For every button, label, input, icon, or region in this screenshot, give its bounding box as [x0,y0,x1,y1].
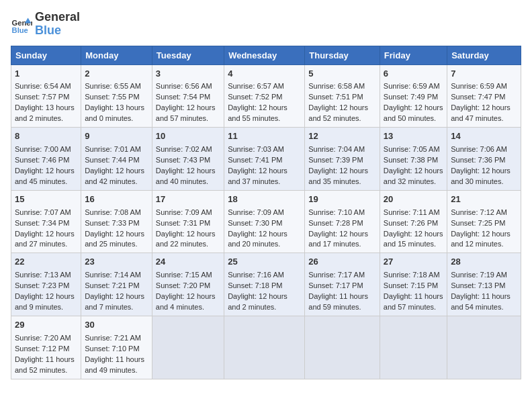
day-info: Daylight: 12 hours and 35 minutes. [308,166,376,187]
day-info: Sunset: 7:28 PM [308,218,376,229]
calendar-cell: 23Sunrise: 7:14 AMSunset: 7:21 PMDayligh… [81,253,152,316]
day-number: 30 [85,319,148,332]
day-info: Sunset: 7:33 PM [85,218,148,229]
day-info: Sunrise: 7:03 AM [228,144,301,155]
day-number: 21 [451,193,517,206]
day-info: Sunrise: 6:59 AM [451,81,517,92]
calendar-week-row: 1Sunrise: 6:54 AMSunset: 7:57 PMDaylight… [11,64,521,128]
day-number: 10 [156,130,220,143]
day-info: Daylight: 13 hours and 0 minutes. [85,103,148,124]
calendar-cell: 16Sunrise: 7:08 AMSunset: 7:33 PMDayligh… [81,190,152,253]
day-info: Sunset: 7:39 PM [308,155,376,166]
day-info: Daylight: 12 hours and 50 minutes. [384,103,443,124]
calendar-cell: 17Sunrise: 7:09 AMSunset: 7:31 PMDayligh… [152,190,224,253]
calendar-cell: 14Sunrise: 7:06 AMSunset: 7:36 PMDayligh… [447,128,521,191]
day-info: Sunset: 7:26 PM [384,218,443,229]
day-number: 12 [308,130,376,143]
day-info: Sunrise: 7:01 AM [85,144,148,155]
calendar-cell: 19Sunrise: 7:10 AMSunset: 7:28 PMDayligh… [305,190,380,253]
day-number: 3 [156,68,220,81]
day-info: Sunrise: 7:09 AM [156,208,220,218]
day-info: Daylight: 12 hours and 25 minutes. [85,229,148,250]
day-info: Sunset: 7:18 PM [228,281,301,291]
calendar-cell [152,316,224,379]
day-info: Daylight: 11 hours and 52 minutes. [15,355,77,376]
page-header: General Blue General Blue [11,11,521,38]
calendar-week-row: 15Sunrise: 7:07 AMSunset: 7:34 PMDayligh… [11,190,521,253]
col-tuesday: Tuesday [152,46,224,64]
calendar-cell: 30Sunrise: 7:21 AMSunset: 7:10 PMDayligh… [81,316,152,379]
day-info: Daylight: 12 hours and 15 minutes. [384,229,443,250]
day-number: 25 [228,256,301,269]
day-info: Sunset: 7:57 PM [15,92,77,103]
calendar-cell: 3Sunrise: 6:56 AMSunset: 7:54 PMDaylight… [152,64,224,128]
day-number: 17 [156,193,220,206]
day-number: 13 [384,130,443,143]
day-info: Daylight: 12 hours and 32 minutes. [384,166,443,187]
day-number: 14 [451,130,517,143]
day-info: Sunrise: 7:06 AM [451,144,517,155]
calendar-cell: 18Sunrise: 7:09 AMSunset: 7:30 PMDayligh… [224,190,305,253]
calendar-cell: 13Sunrise: 7:05 AMSunset: 7:38 PMDayligh… [380,128,447,191]
logo-text-blue: Blue [35,24,80,38]
calendar-cell: 15Sunrise: 7:07 AMSunset: 7:34 PMDayligh… [11,190,81,253]
calendar-week-row: 8Sunrise: 7:00 AMSunset: 7:46 PMDaylight… [11,128,521,191]
day-number: 9 [85,130,148,143]
header-row: Sunday Monday Tuesday Wednesday Thursday… [11,46,521,64]
day-info: Sunrise: 7:21 AM [85,333,148,344]
day-info: Sunrise: 7:20 AM [15,333,77,344]
day-info: Sunset: 7:25 PM [451,218,517,229]
col-thursday: Thursday [305,46,380,64]
day-number: 6 [384,68,443,81]
day-info: Sunset: 7:17 PM [308,281,376,291]
calendar-cell: 25Sunrise: 7:16 AMSunset: 7:18 PMDayligh… [224,253,305,316]
day-info: Sunset: 7:34 PM [15,218,77,229]
calendar-week-row: 22Sunrise: 7:13 AMSunset: 7:23 PMDayligh… [11,253,521,316]
calendar-cell: 28Sunrise: 7:19 AMSunset: 7:13 PMDayligh… [447,253,521,316]
day-info: Sunset: 7:41 PM [228,155,301,166]
day-info: Sunset: 7:36 PM [451,155,517,166]
calendar-cell: 11Sunrise: 7:03 AMSunset: 7:41 PMDayligh… [224,128,305,191]
day-info: Daylight: 12 hours and 42 minutes. [85,166,148,187]
day-info: Sunrise: 7:18 AM [384,270,443,281]
day-number: 11 [228,130,301,143]
day-number: 23 [85,256,148,269]
day-info: Daylight: 11 hours and 57 minutes. [384,291,443,313]
logo-text-general: General [35,11,80,24]
calendar-cell [380,316,447,379]
day-info: Daylight: 12 hours and 40 minutes. [156,166,220,187]
day-info: Sunrise: 7:07 AM [15,208,77,218]
calendar-cell [224,316,305,379]
day-info: Sunrise: 7:04 AM [308,144,376,155]
day-info: Sunrise: 7:02 AM [156,144,220,155]
logo-icon: General Blue [11,13,32,35]
day-number: 15 [15,193,77,206]
day-info: Sunset: 7:44 PM [85,155,148,166]
day-info: Sunrise: 7:19 AM [451,270,517,281]
day-info: Sunrise: 7:00 AM [15,144,77,155]
day-info: Sunrise: 7:11 AM [384,208,443,218]
day-info: Daylight: 12 hours and 37 minutes. [228,166,301,187]
calendar-cell: 29Sunrise: 7:20 AMSunset: 7:12 PMDayligh… [11,316,81,379]
day-info: Sunset: 7:12 PM [15,344,77,355]
calendar-cell: 24Sunrise: 7:15 AMSunset: 7:20 PMDayligh… [152,253,224,316]
calendar-cell: 10Sunrise: 7:02 AMSunset: 7:43 PMDayligh… [152,128,224,191]
day-info: Sunset: 7:55 PM [85,92,148,103]
day-info: Sunrise: 6:56 AM [156,81,220,92]
day-number: 22 [15,256,77,269]
calendar-cell: 7Sunrise: 6:59 AMSunset: 7:47 PMDaylight… [447,64,521,128]
day-info: Daylight: 12 hours and 27 minutes. [15,229,77,250]
day-number: 24 [156,256,220,269]
day-info: Daylight: 12 hours and 45 minutes. [15,166,77,187]
day-info: Sunset: 7:23 PM [15,281,77,291]
day-number: 16 [85,193,148,206]
day-number: 7 [451,68,517,81]
day-number: 1 [15,68,77,81]
day-number: 20 [384,193,443,206]
day-info: Sunrise: 7:09 AM [228,208,301,218]
day-info: Sunrise: 7:05 AM [384,144,443,155]
day-info: Sunset: 7:49 PM [384,92,443,103]
day-number: 18 [228,193,301,206]
day-number: 28 [451,256,517,269]
day-info: Daylight: 12 hours and 47 minutes. [451,103,517,124]
